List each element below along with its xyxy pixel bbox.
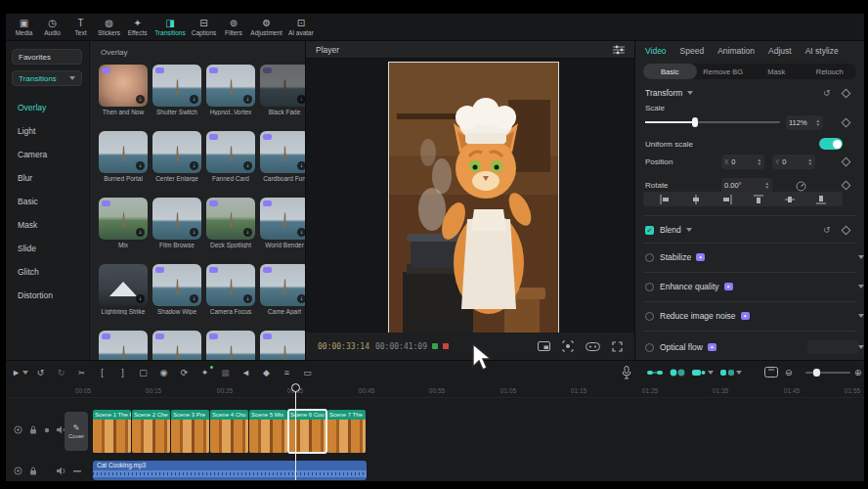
player-settings-icon[interactable] (613, 45, 625, 55)
ratio-icon[interactable] (586, 342, 600, 351)
clip-scene-7[interactable]: Scene 7 The (327, 410, 366, 453)
tab-media[interactable]: ▣Media (10, 18, 38, 36)
chevron-down-icon[interactable] (686, 228, 692, 232)
collapse-track-icon[interactable] (73, 470, 81, 472)
transition-shutter-switch[interactable]: ↓ (152, 65, 201, 107)
stepper-arrows[interactable]: ▲▼ (765, 182, 769, 189)
speaker-icon[interactable] (57, 467, 66, 475)
audio-clip[interactable]: Cat Cooking.mp3 (93, 461, 367, 480)
tab-animation[interactable]: Animation (717, 46, 755, 56)
align-top-icon[interactable] (754, 195, 763, 204)
transition-thumbnail[interactable] (260, 331, 305, 360)
playhead[interactable] (295, 386, 296, 480)
category-light[interactable]: Light (6, 119, 90, 143)
transition-shadow-wipe[interactable]: ↓ (152, 264, 201, 306)
blend-checkbox[interactable]: ✓ (645, 226, 654, 235)
magnetic-snap-icon[interactable] (647, 369, 663, 377)
keyframe-diamond-icon[interactable] (842, 225, 851, 235)
mark-out-icon[interactable] (443, 343, 449, 349)
stepper-arrows[interactable]: ▲▼ (808, 158, 812, 165)
category-blur[interactable]: Blur (6, 166, 90, 190)
subtab-mask[interactable]: Mask (750, 64, 803, 79)
clip-scene-2[interactable]: Scene 2 Che (132, 410, 170, 453)
cover-button[interactable]: ✎ Cover (65, 412, 88, 451)
rotate-dial-icon[interactable] (796, 181, 806, 192)
tab-transitions[interactable]: ◨Transitions (152, 18, 189, 36)
chevron-down-icon[interactable] (858, 345, 864, 349)
mark-in-icon[interactable] (432, 343, 438, 349)
redo-icon[interactable]: ↻ (51, 368, 71, 378)
chevron-down-icon[interactable] (858, 255, 864, 259)
position-y-input[interactable]: Y0▲▼ (772, 155, 815, 169)
clip-scene-5[interactable]: Scene 5 Mix (249, 410, 287, 453)
auto-link-icon[interactable] (670, 369, 685, 377)
transition-thumbnail[interactable] (206, 331, 255, 360)
fit-timeline-icon[interactable] (764, 367, 778, 378)
delete-right-icon[interactable]: ] (112, 368, 133, 378)
fullscreen-icon[interactable] (612, 341, 623, 352)
align-left-icon[interactable] (660, 195, 670, 204)
reset-icon[interactable]: ↺ (823, 88, 831, 98)
transition-center-enlarge[interactable]: ↓ (152, 131, 201, 173)
pip-icon[interactable] (538, 341, 550, 351)
transition-came-apart[interactable]: ↓ (260, 264, 305, 306)
clip-scene-3[interactable]: Scene 3 Pre (171, 410, 209, 453)
auto-captions-icon[interactable] (720, 369, 742, 377)
subtab-remove-bg[interactable]: Remove BG (697, 64, 751, 79)
tab-adjust[interactable]: Adjust (768, 46, 792, 56)
transition-deck-spotlight[interactable]: ↓ (206, 198, 255, 240)
chevron-down-icon[interactable] (858, 285, 864, 289)
category-distortion[interactable]: Distortion (6, 284, 90, 307)
reverse-icon[interactable]: ⟳ (174, 368, 195, 378)
lock-track-icon[interactable] (29, 425, 37, 434)
audio-icon[interactable]: ◄ (236, 368, 256, 378)
transition-black-fade[interactable]: ↓ (260, 65, 305, 107)
zoom-in-icon[interactable]: ⊕ (854, 368, 862, 378)
keyframe-diamond-icon[interactable] (842, 88, 851, 98)
category-overlay[interactable]: Overlay (6, 96, 90, 119)
tab-captions[interactable]: ⊟Captions (189, 18, 220, 36)
transition-cardboard-fun[interactable]: ↓ (260, 131, 305, 173)
slider-handle[interactable] (692, 117, 698, 127)
transition-thumbnail[interactable] (152, 331, 201, 360)
clip-scene-6-selected[interactable]: Scene 6 Cou (288, 410, 326, 453)
record-voiceover-icon[interactable] (622, 366, 631, 379)
timeline-zoom-slider[interactable] (805, 372, 850, 374)
tab-adjustment[interactable]: ⚙Adjustment (247, 18, 285, 36)
stepper-arrows[interactable]: ▲▼ (816, 119, 820, 126)
freeze-frame-icon[interactable]: ◉ (153, 368, 174, 378)
tab-effects[interactable]: ✦Effects (123, 18, 152, 36)
stepper-arrows[interactable]: ▲▼ (758, 158, 761, 165)
tab-audio[interactable]: ◷Audio (38, 18, 66, 36)
smart-tools-icon[interactable]: ✦ (195, 368, 215, 378)
crop-icon[interactable]: ▦ (215, 368, 236, 378)
undo-icon[interactable]: ↺ (30, 368, 51, 378)
zoom-slider-handle[interactable] (813, 369, 820, 377)
timeline-ruler[interactable]: 00:05 00:15 00:25 00:35 00:45 00:55 01:0… (6, 384, 864, 398)
disabled-action-button[interactable] (807, 340, 858, 354)
transition-fanned-card[interactable]: ↓ (206, 131, 255, 173)
uniform-scale-toggle[interactable] (819, 138, 843, 150)
marker-icon[interactable]: ◆ (256, 368, 277, 378)
transition-lightning-strike[interactable]: ↓ (99, 264, 148, 306)
keyframe-diamond-icon[interactable] (842, 181, 851, 191)
tab-video[interactable]: Video (645, 46, 667, 56)
tab-ai-avatar[interactable]: ⊡AI avatar (285, 18, 317, 36)
lock-track-icon[interactable] (29, 467, 37, 475)
tab-filters[interactable]: ⊚Filters (219, 18, 247, 36)
tab-speed[interactable]: Speed (680, 46, 705, 56)
scale-value-input[interactable]: 112%▲▼ (786, 115, 823, 130)
align-bottom-icon[interactable] (816, 195, 826, 204)
clip-scene-1[interactable]: Scene 1 The E (93, 410, 131, 453)
scale-slider[interactable] (645, 121, 780, 123)
category-glitch[interactable]: Glitch (6, 260, 90, 284)
reset-icon[interactable]: ↺ (823, 225, 831, 235)
video-preview[interactable] (389, 63, 558, 333)
transition-mix[interactable]: ↓ (99, 198, 148, 240)
tab-text[interactable]: TText (66, 18, 95, 36)
favorites-button[interactable]: Favorites (12, 49, 82, 65)
position-x-input[interactable]: X0▲▼ (721, 155, 764, 169)
transitions-dropdown[interactable]: Transitions (12, 70, 82, 86)
subtab-retouch[interactable]: Retouch (803, 64, 857, 79)
reduce-noise-checkbox[interactable] (645, 312, 654, 321)
